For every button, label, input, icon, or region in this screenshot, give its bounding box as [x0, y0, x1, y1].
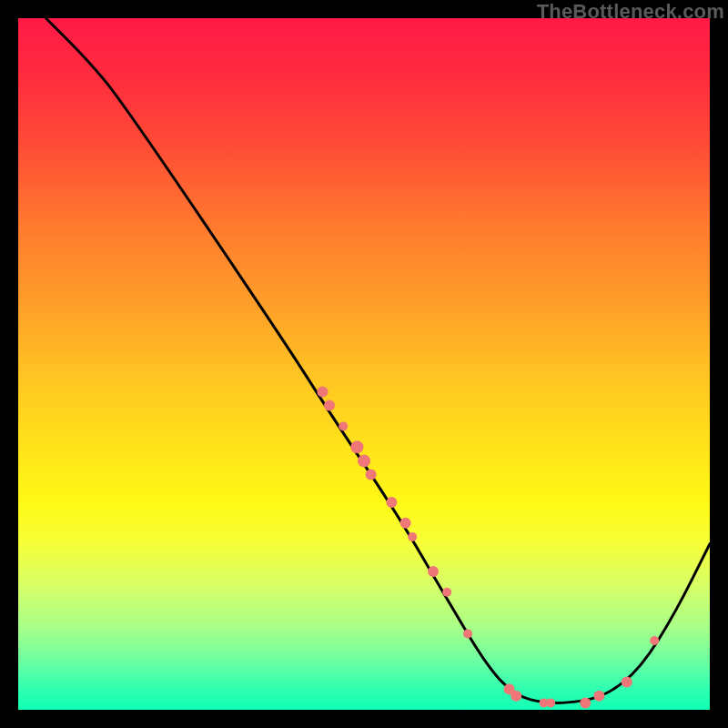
data-point [580, 697, 591, 708]
data-point [324, 400, 335, 411]
data-point [622, 677, 632, 688]
data-point [386, 497, 397, 508]
data-point [408, 532, 417, 541]
bottleneck-curve [46, 18, 710, 703]
data-point [339, 421, 348, 430]
data-point [366, 470, 377, 480]
data-point [428, 566, 439, 577]
data-point [442, 588, 451, 597]
watermark-text: TheBottleneck.com [537, 0, 724, 24]
data-point [350, 440, 363, 453]
curve-layer [46, 18, 710, 703]
chart-container: TheBottleneck.com [0, 0, 728, 728]
data-point [400, 518, 411, 529]
dots-layer [317, 386, 659, 708]
plot-area [18, 18, 710, 710]
data-point [358, 454, 370, 467]
data-point [317, 386, 328, 397]
data-point [650, 636, 659, 645]
data-point [463, 629, 472, 638]
chart-svg [18, 18, 710, 710]
data-point [593, 691, 604, 702]
data-point [511, 691, 521, 702]
data-point [546, 698, 555, 707]
